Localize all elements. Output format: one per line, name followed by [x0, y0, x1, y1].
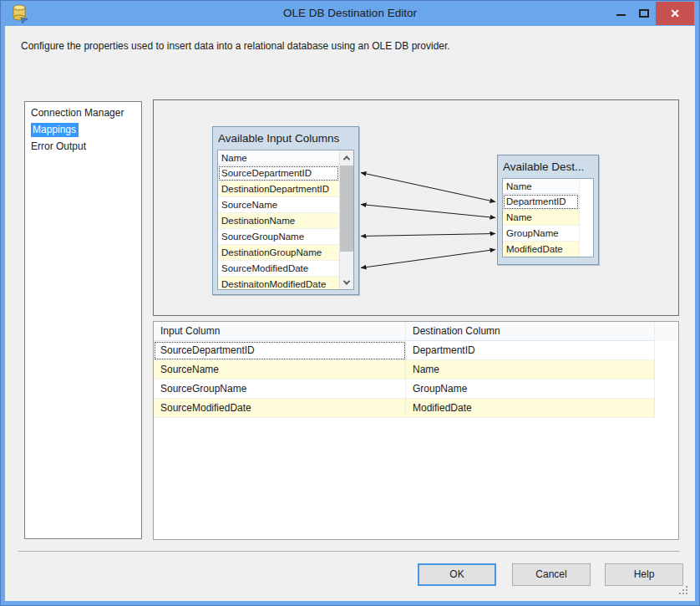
input-box-title: Available Input Columns [213, 127, 358, 150]
input-list-header: Name [218, 150, 339, 166]
mapping-diagram-panel: Available Input Columns Name SourceDepar… [153, 99, 679, 316]
sidebar-item-connection-manager[interactable]: Connection Manager [25, 104, 141, 121]
resize-grip[interactable] [679, 586, 689, 596]
scroll-down-button[interactable] [340, 275, 353, 289]
input-columns-scrollbar[interactable] [339, 150, 353, 289]
column-header-destination[interactable]: Destination Column [406, 322, 655, 341]
dest-column-row[interactable]: GroupName [503, 226, 579, 242]
mapping-table-row: SourceModifiedDate ModifiedDate [154, 399, 678, 418]
destination-column-cell[interactable]: Name [406, 360, 655, 379]
destination-column-cell[interactable]: GroupName [406, 379, 655, 399]
input-columns-list: Name SourceDepartmentID DestinationDepar… [217, 150, 354, 290]
help-button[interactable]: Help [605, 563, 683, 586]
input-column-row[interactable]: SourceModifiedDate [218, 261, 339, 277]
pages-listbox: Connection Manager Mappings Error Output [24, 101, 142, 539]
destination-column-cell[interactable]: ModifiedDate [406, 399, 655, 418]
input-column-row[interactable]: DestinationName [218, 213, 339, 229]
input-column-row[interactable]: DestinationGroupName [218, 245, 339, 261]
mapping-table-row: SourceDepartmentID DepartmentID [154, 341, 678, 360]
footer-separator [18, 551, 680, 552]
input-column-cell[interactable]: SourceModifiedDate [154, 399, 406, 418]
ok-button[interactable]: OK [418, 563, 496, 586]
available-input-columns-box[interactable]: Available Input Columns Name SourceDepar… [212, 126, 359, 295]
mapping-line-departmentid[interactable] [361, 173, 495, 202]
input-column-row[interactable]: DestinationDepartmentID [218, 181, 339, 197]
scroll-track[interactable] [340, 165, 353, 275]
mapping-table-panel: Input Column Destination Column SourceDe… [153, 321, 679, 540]
input-column-row[interactable]: SourceGroupName [218, 229, 339, 245]
mapping-line-name[interactable] [361, 205, 495, 218]
maximize-icon [639, 9, 649, 18]
mapping-table-header: Input Column Destination Column [154, 322, 678, 341]
cancel-button[interactable]: Cancel [512, 563, 591, 586]
dialog-description: Configure the properties used to insert … [21, 40, 450, 52]
window-title: OLE DB Destination Editor [1, 1, 699, 26]
input-column-row[interactable]: DestinaitonModifiedDate [218, 277, 339, 290]
column-header-input[interactable]: Input Column [154, 322, 406, 341]
minimize-button[interactable] [609, 1, 632, 25]
mapping-line-modifieddate[interactable] [361, 250, 495, 268]
mapping-table-row: SourceGroupName GroupName [154, 379, 678, 399]
sidebar-item-mappings[interactable]: Mappings [25, 121, 141, 138]
input-column-cell[interactable]: SourceName [154, 360, 406, 379]
dest-column-row[interactable]: Name [503, 210, 579, 226]
dialog-content: Configure the properties used to insert … [5, 26, 695, 601]
input-column-cell[interactable]: SourceGroupName [154, 379, 406, 399]
input-column-row[interactable]: SourceDepartmentID [218, 166, 339, 181]
available-destination-columns-box[interactable]: Available Dest... Name DepartmentID Name… [497, 155, 599, 265]
input-column-row[interactable]: SourceName [218, 197, 339, 213]
close-button[interactable]: ✕ [656, 2, 694, 25]
scroll-up-button[interactable] [340, 150, 353, 165]
mapping-table-row: SourceName Name [154, 360, 678, 379]
dest-column-row[interactable]: ModifiedDate [503, 242, 579, 257]
maximize-button[interactable] [632, 1, 656, 25]
minimize-icon [616, 14, 626, 16]
dest-box-title: Available Dest... [498, 155, 598, 178]
dest-list-header: Name [503, 179, 579, 194]
sidebar-item-error-output[interactable]: Error Output [25, 138, 141, 155]
dialog-window: OLE DB Destination Editor ✕ Configure th… [0, 0, 700, 606]
chevron-up-icon [343, 155, 350, 162]
chevron-down-icon [343, 278, 350, 284]
destination-column-cell[interactable]: DepartmentID [406, 341, 655, 360]
titlebar: OLE DB Destination Editor ✕ [1, 1, 699, 26]
resize-grip-icon [679, 586, 681, 588]
mapping-line-groupname[interactable] [361, 234, 495, 237]
scroll-thumb[interactable] [340, 166, 353, 252]
input-column-cell[interactable]: SourceDepartmentID [154, 341, 406, 360]
dest-column-row[interactable]: DepartmentID [503, 194, 579, 210]
dest-columns-list: Name DepartmentID Name GroupName Modifie… [502, 178, 594, 257]
